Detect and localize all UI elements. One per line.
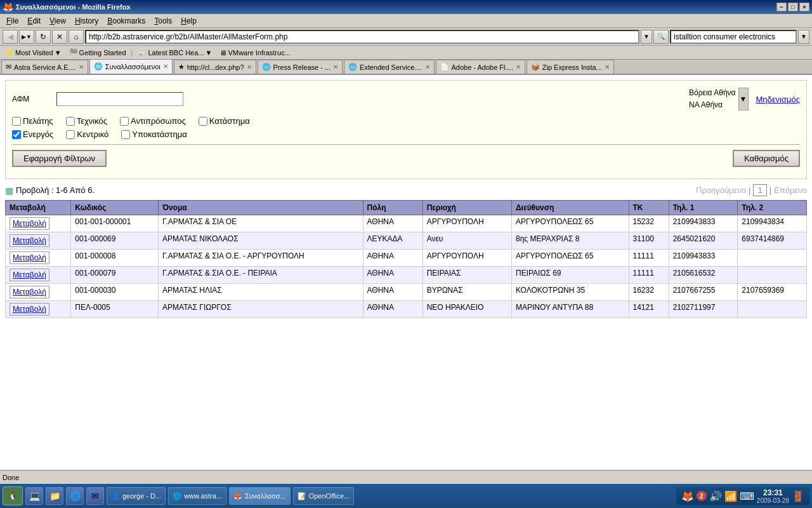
cell-tk: 16232 xyxy=(629,284,669,301)
bookmark-most-visited[interactable]: ⭐ Most Visited ▼ xyxy=(3,47,64,58)
checkbox-ypokatastrima[interactable]: Υποκατάστημα xyxy=(121,130,187,139)
checkbox-ypokatastrima-input[interactable] xyxy=(121,130,130,139)
checkbox-row-1: Πελάτης Τεχνικός Αντιπρόσωπος Κατάστημα xyxy=(12,116,800,126)
taskbar-icon-4[interactable]: ✉ xyxy=(86,487,104,505)
tab-press-release[interactable]: 🌐 Press Release - ... ✕ xyxy=(258,60,343,74)
checkbox-pelatis-input[interactable] xyxy=(12,117,21,126)
next-page-link[interactable]: Επόμενο xyxy=(774,185,807,195)
forward-button[interactable]: ▶▼ xyxy=(19,30,34,44)
tab-close-icon[interactable]: ✕ xyxy=(333,64,338,70)
tab-label: Astra Service A.E.... xyxy=(14,64,76,71)
cell-onoma: ΑΡΜΑΤΑΣ ΗΛΙΑΣ xyxy=(159,284,363,301)
tab-zip-express[interactable]: 📦 Zip Express Insta... ✕ xyxy=(527,60,614,74)
tab-adobe[interactable]: 📄 Adobe - Adobe Fl.... ✕ xyxy=(436,60,525,74)
checkbox-kentrikos-input[interactable] xyxy=(66,130,75,139)
checkbox-antiprosopos-label: Αντιπρόσωπος xyxy=(131,116,186,126)
taskbar-item-www-astra[interactable]: 🌐 www.astra... xyxy=(168,487,226,505)
taskbar-item-george[interactable]: 👤 george - D... xyxy=(107,487,166,505)
menu-history[interactable]: History xyxy=(71,15,102,27)
tab-close-icon[interactable]: ✕ xyxy=(605,64,610,70)
home-button[interactable]: ⌂ xyxy=(69,30,84,44)
metavoli-link[interactable]: Μεταβολή xyxy=(13,236,46,245)
bookmark-label: Latest BBC Hea... xyxy=(148,49,204,57)
checkbox-technikos[interactable]: Τεχνικός xyxy=(66,116,107,126)
taskbar-item-icon: 🦊 xyxy=(233,492,242,500)
logout-icon[interactable]: 🚪 xyxy=(792,490,804,502)
menu-view[interactable]: View xyxy=(46,15,70,27)
checkbox-antiprosopos[interactable]: Αντιπρόσωπος xyxy=(120,116,186,126)
metavoli-link[interactable]: Μεταβολή xyxy=(13,271,46,279)
metavoli-link[interactable]: Μεταβολή xyxy=(13,253,46,262)
checkbox-technikos-input[interactable] xyxy=(66,117,75,126)
menu-edit[interactable]: Edit xyxy=(23,15,44,27)
tab-close-icon[interactable]: ✕ xyxy=(163,63,168,70)
tab-close-icon[interactable]: ✕ xyxy=(425,64,430,70)
minimize-button[interactable]: − xyxy=(776,3,787,11)
checkbox-pelatis[interactable]: Πελάτης xyxy=(12,116,53,126)
tab-close-icon[interactable]: ✕ xyxy=(79,64,84,70)
tab-close-icon[interactable]: ✕ xyxy=(247,64,252,70)
metavoli-link[interactable]: Μεταβολή xyxy=(13,219,46,228)
taskbar-icon-1[interactable]: 💻 xyxy=(25,487,43,505)
table-row: Μεταβολή001-001-000001Γ.ΑΡΜΑΤΑΣ & ΣΙΑ ΟΕ… xyxy=(6,215,807,232)
tab-close-icon[interactable]: ✕ xyxy=(516,64,521,70)
cell-thl2: 2109943834 xyxy=(738,215,807,232)
firefox-tray-icon[interactable]: 🦊 xyxy=(681,490,694,502)
taskbar: 🐧 💻 📁 🌐 ✉ 👤 george - D... 🌐 www.astra...… xyxy=(0,484,812,508)
checkbox-energos[interactable]: Ενεργός xyxy=(12,130,53,139)
bookmark-getting-started[interactable]: 🏁 Getting Started xyxy=(67,47,129,58)
checkbox-energos-input[interactable] xyxy=(12,130,21,139)
maximize-button[interactable]: □ xyxy=(788,3,798,11)
refresh-button[interactable]: ↻ xyxy=(36,30,51,44)
results-text: Προβολή : 1-6 Από 6. xyxy=(16,185,95,195)
menu-file[interactable]: File xyxy=(3,15,22,27)
metavoli-link[interactable]: Μεταβολή xyxy=(13,305,46,314)
region-dropdown-arrow[interactable]: ▼ xyxy=(738,88,749,110)
search-dropdown-button[interactable]: ▼ xyxy=(798,30,809,44)
tab-synallassomenoi[interactable]: 🌐 Συναλλασσόμενοι ✕ xyxy=(89,59,173,74)
checkbox-kentrikos[interactable]: Κεντρικό xyxy=(66,130,108,139)
checkbox-katastima[interactable]: Κατάστημα xyxy=(199,116,250,126)
taskbar-icon-3[interactable]: 🌐 xyxy=(66,487,84,505)
menu-bookmarks[interactable]: Bookmarks xyxy=(103,15,149,27)
tab-extended-service[interactable]: 🌐 Extended Service.... ✕ xyxy=(344,60,434,74)
volume-icon[interactable]: 🔊 xyxy=(709,490,722,502)
back-button[interactable]: ◀ xyxy=(3,30,18,44)
cell-thl2 xyxy=(738,267,807,284)
cell-tk: 15232 xyxy=(629,215,669,232)
taskbar-item-synallasso[interactable]: 🦊 Συναλλασσ... xyxy=(229,487,291,505)
results-icon: ▦ xyxy=(5,185,13,196)
checkbox-antiprosopos-input[interactable] xyxy=(120,117,129,126)
network-icon[interactable]: 📶 xyxy=(724,490,737,502)
tab-label: Zip Express Insta... xyxy=(542,64,602,71)
afm-input[interactable] xyxy=(56,92,183,106)
tab-cl-dex[interactable]: ★ http://cl...dex.php? ✕ xyxy=(174,60,256,74)
bookmark-bbc[interactable]: 📰 Latest BBC Hea... ▼ xyxy=(135,47,214,58)
taskbar-item-openoffice[interactable]: 📝 OpenOffice... xyxy=(293,487,355,505)
prev-page-link[interactable]: Προηγούμενο xyxy=(696,185,746,195)
url-dropdown-button[interactable]: ▼ xyxy=(641,30,652,44)
bookmark-vmware[interactable]: 🖥 VMware Infrastruc... xyxy=(217,48,292,58)
mhdenismos-link[interactable]: Μηδενισμός xyxy=(756,95,801,104)
region-options: Βόρεια Αθήνα ΝΑ Αθήνα xyxy=(689,87,735,111)
close-button[interactable]: × xyxy=(799,3,809,11)
pagination: Προηγούμενο | 1 | Επόμενο xyxy=(696,184,807,196)
search-engine-icon[interactable]: 🔍 xyxy=(653,30,669,44)
flag-icon: 🏁 xyxy=(69,48,78,57)
clear-filters-button[interactable]: Καθαρισμός xyxy=(733,150,800,167)
search-input[interactable] xyxy=(670,30,797,44)
keyboard-icon[interactable]: ⌨ xyxy=(740,490,754,502)
checkbox-katastima-input[interactable] xyxy=(199,117,207,126)
cell-dieuthynsi: ΑΡΓΥΡΟΥΠΟΛΕΩΣ 65 xyxy=(511,215,629,232)
taskbar-icon-2[interactable]: 📁 xyxy=(46,487,63,505)
apply-filters-button[interactable]: Εφαρμογή Φίλτρων xyxy=(12,150,107,167)
current-page[interactable]: 1 xyxy=(753,184,766,196)
start-button[interactable]: 🐧 xyxy=(3,486,23,505)
url-bar[interactable] xyxy=(85,30,639,44)
cell-onoma: Γ.ΑΡΜΑΤΑΣ & ΣΙΑ Ο.Ε. - ΑΡΓΥΡΟΥΠΟΛΗ xyxy=(159,250,363,267)
stop-button[interactable]: ✕ xyxy=(52,30,67,44)
tab-astra[interactable]: ✉ Astra Service A.E.... ✕ xyxy=(1,60,88,74)
menu-help[interactable]: Help xyxy=(177,15,200,27)
menu-tools[interactable]: Tools xyxy=(150,15,176,27)
metavoli-link[interactable]: Μεταβολή xyxy=(13,288,46,297)
